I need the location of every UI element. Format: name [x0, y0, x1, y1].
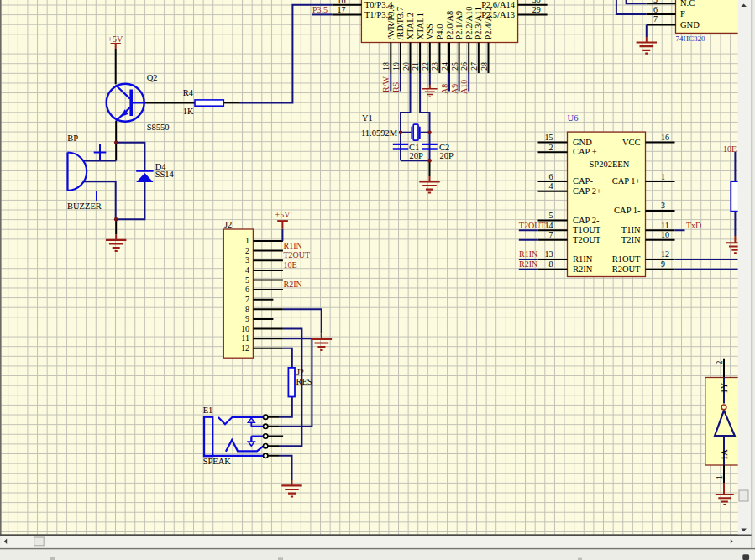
svg-text:1: 1 — [245, 236, 249, 245]
svg-text:XTAL1: XTAL1 — [416, 13, 425, 39]
svg-text:19: 19 — [391, 62, 401, 71]
svg-text:+5V: +5V — [107, 34, 123, 44]
svg-text:P2.0/A8: P2.0/A8 — [445, 11, 454, 40]
svg-text:8: 8 — [549, 259, 553, 269]
svg-text:SS14: SS14 — [155, 170, 175, 179]
svg-text:30: 30 — [532, 0, 541, 4]
svg-text:23: 23 — [430, 62, 439, 71]
svg-text:J2: J2 — [224, 220, 232, 229]
svg-text:GND: GND — [573, 138, 592, 147]
svg-text:4: 4 — [245, 265, 249, 275]
svg-text:P2.1/A9: P2.1/A9 — [454, 11, 464, 40]
svg-text:T1IN: T1IN — [621, 225, 641, 234]
svg-text:11.0592M: 11.0592M — [361, 128, 398, 138]
svg-text:RES: RES — [296, 377, 312, 386]
svg-text:17: 17 — [338, 5, 346, 14]
svg-text:VSS: VSS — [425, 24, 434, 39]
svg-text:14: 14 — [545, 221, 553, 230]
svg-text:2: 2 — [245, 246, 249, 255]
svg-text:5: 5 — [653, 0, 658, 4]
svg-text:R1OUT: R1OUT — [612, 254, 641, 264]
svg-text:74HC320: 74HC320 — [676, 34, 706, 43]
svg-text:VCC: VCC — [622, 138, 641, 147]
svg-text:6: 6 — [653, 5, 658, 14]
svg-text:R/W: R/W — [381, 76, 391, 92]
svg-text:SP202EEN: SP202EEN — [590, 160, 630, 169]
svg-text:BUZZER: BUZZER — [67, 201, 102, 211]
svg-text:S8550: S8550 — [147, 123, 170, 132]
svg-text:6: 6 — [549, 172, 553, 181]
svg-text:13: 13 — [545, 249, 553, 259]
svg-text:P2.3/A11: P2.3/A11 — [474, 7, 483, 40]
svg-text:TxD: TxD — [686, 221, 701, 230]
svg-text:1Y: 1Y — [720, 382, 729, 393]
svg-text:27: 27 — [469, 62, 479, 71]
svg-text:P2.2/A10: P2.2/A10 — [464, 7, 474, 40]
svg-text:24: 24 — [440, 62, 449, 71]
svg-text:20: 20 — [401, 62, 411, 71]
svg-text:E1: E1 — [203, 406, 213, 415]
svg-text:6: 6 — [245, 285, 249, 294]
svg-text:18: 18 — [381, 62, 391, 71]
svg-text:26: 26 — [459, 62, 469, 71]
svg-text:22: 22 — [421, 62, 430, 71]
svg-text:29: 29 — [532, 5, 541, 14]
svg-text:P3.5: P3.5 — [312, 5, 328, 14]
svg-text:CAP 2-: CAP 2- — [573, 216, 600, 225]
svg-text:GND: GND — [680, 20, 700, 29]
svg-text:3: 3 — [661, 201, 665, 210]
svg-text:XTAL2: XTAL2 — [406, 13, 415, 39]
svg-text:1: 1 — [715, 475, 724, 479]
svg-text:T2OUT: T2OUT — [573, 235, 601, 244]
svg-text:10E: 10E — [284, 260, 297, 270]
svg-text:1A: 1A — [720, 449, 729, 460]
svg-text:1: 1 — [661, 172, 665, 181]
svg-text:A8: A8 — [440, 84, 449, 94]
svg-text:P2.4/A12: P2.4/A12 — [484, 7, 493, 40]
svg-text:CAP-: CAP- — [573, 176, 593, 186]
svg-text:R1IN: R1IN — [573, 254, 593, 264]
svg-text:+5V: +5V — [275, 210, 291, 219]
svg-text:/RD/P3.7: /RD/P3.7 — [396, 7, 405, 39]
svg-text:12: 12 — [661, 249, 669, 259]
svg-text:7: 7 — [549, 230, 553, 239]
svg-text:R2OUT: R2OUT — [612, 264, 641, 274]
svg-text:P4.0: P4.0 — [435, 24, 444, 40]
svg-text:T2OUT: T2OUT — [284, 250, 311, 259]
svg-text:SPEAK: SPEAK — [203, 457, 232, 466]
svg-text:T2OUT: T2OUT — [519, 221, 546, 230]
svg-text:10: 10 — [241, 324, 249, 333]
svg-text:9: 9 — [661, 259, 665, 269]
svg-text:25: 25 — [450, 62, 459, 71]
svg-text:RS: RS — [391, 82, 401, 92]
svg-text:16: 16 — [338, 0, 346, 5]
svg-text:R2IN: R2IN — [573, 264, 593, 274]
svg-text:T2IN: T2IN — [621, 235, 641, 244]
svg-text:20P: 20P — [440, 151, 454, 160]
svg-text:U6: U6 — [568, 113, 579, 123]
svg-text:11: 11 — [661, 221, 669, 230]
svg-text:N.C: N.C — [680, 0, 695, 8]
svg-text:CAP 2+: CAP 2+ — [573, 186, 601, 196]
svg-text:R4: R4 — [183, 88, 194, 97]
svg-text:5: 5 — [245, 275, 249, 285]
svg-text:1K: 1K — [183, 107, 194, 116]
svg-text:BP: BP — [67, 133, 78, 143]
svg-text:3: 3 — [245, 255, 249, 264]
svg-text:12: 12 — [241, 343, 249, 353]
svg-text:/WR/P3.6: /WR/P3.6 — [386, 5, 396, 40]
svg-text:T1OUT: T1OUT — [573, 225, 601, 234]
svg-text:A10: A10 — [459, 80, 469, 94]
svg-text:8: 8 — [245, 305, 249, 314]
svg-text:7: 7 — [653, 14, 658, 24]
svg-text:10E: 10E — [723, 144, 737, 154]
svg-text:15: 15 — [545, 133, 553, 142]
svg-text:R1IN: R1IN — [519, 249, 537, 259]
svg-text:CAP 1+: CAP 1+ — [612, 176, 641, 186]
svg-text:2: 2 — [549, 143, 553, 152]
svg-text:CAP 1-: CAP 1- — [614, 206, 641, 215]
svg-text:R2IN: R2IN — [519, 259, 537, 269]
svg-text:2: 2 — [715, 361, 724, 365]
svg-text:F: F — [680, 9, 685, 18]
svg-text:4: 4 — [549, 181, 553, 191]
